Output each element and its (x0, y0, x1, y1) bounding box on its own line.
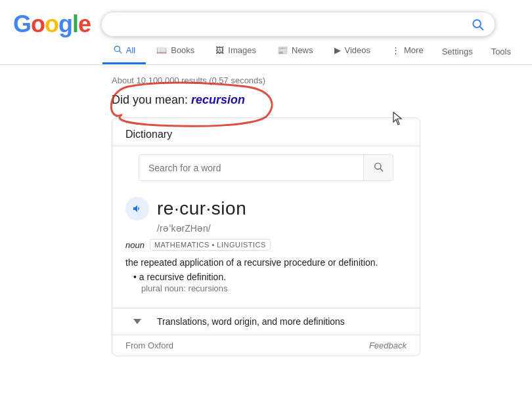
tab-all[interactable]: All (102, 38, 146, 64)
sub-definition: a recursive definition. (133, 272, 407, 282)
dictionary-card: Dictionary re·cur·sion (112, 117, 420, 356)
chevron-down-icon (133, 319, 141, 324)
part-of-speech: noun (125, 240, 144, 250)
did-you-mean-container: Did you mean: recursion (112, 93, 245, 107)
sub-def-text: a recursive definition. (133, 272, 226, 282)
did-you-mean: Did you mean: recursion (112, 93, 245, 107)
definition-text: the repeated application of a recursive … (125, 257, 407, 268)
tab-videos-label: Videos (345, 45, 371, 55)
feedback-link[interactable]: Feedback (369, 341, 407, 350)
tab-images-label: Images (228, 45, 256, 55)
svg-line-5 (380, 169, 383, 171)
did-you-mean-link[interactable]: recursion (191, 93, 245, 106)
plural-note: plural noun: recursions (141, 283, 407, 293)
search-bar: recursion (101, 12, 495, 37)
more-icon: ⋮ (391, 45, 400, 55)
tab-images[interactable]: 🖼 Images (205, 38, 267, 64)
news-icon: 📰 (277, 45, 288, 55)
search-input[interactable]: recursion (112, 18, 471, 30)
tab-news[interactable]: 📰 News (267, 38, 324, 64)
did-you-mean-label: Did you mean: (112, 93, 188, 106)
word-title: re·cur·sion (157, 198, 246, 219)
header: Google recursion (0, 0, 532, 38)
nav-right: Settings Tools (434, 38, 532, 64)
images-icon: 🖼 (215, 45, 224, 55)
tools-link[interactable]: Tools (483, 40, 519, 63)
word-section: re·cur·sion /rəˈkərZHən/ noun MATHEMATIC… (112, 189, 420, 308)
svg-line-3 (119, 51, 121, 53)
svg-line-1 (480, 27, 483, 30)
word-header-row: re·cur·sion (125, 197, 407, 220)
oxford-row: From Oxford Feedback (112, 335, 420, 356)
nav-spacer (0, 38, 102, 64)
results-stats: About 10,100,000 results (0.57 seconds) (112, 75, 420, 85)
more-definitions-row[interactable]: Translations, word origin, and more defi… (112, 308, 420, 335)
oxford-source: From Oxford (125, 341, 173, 350)
definition-main: the repeated application of a recursive … (125, 257, 407, 293)
search-bar-container: recursion (101, 12, 495, 37)
word-meta: noun MATHEMATICS • LINGUISTICS (125, 239, 407, 251)
dictionary-search-button[interactable] (363, 155, 393, 180)
settings-link[interactable]: Settings (434, 40, 481, 63)
dictionary-search-bar (139, 154, 393, 181)
videos-icon: ▶ (334, 45, 341, 55)
tab-all-label: All (126, 45, 135, 55)
tab-books-label: Books (171, 45, 194, 55)
tag-mathematics: MATHEMATICS • LINGUISTICS (150, 239, 271, 251)
dictionary-header: Dictionary (112, 118, 420, 146)
all-icon (113, 45, 122, 56)
main-content: About 10,100,000 results (0.57 seconds) … (0, 65, 532, 356)
nav-bar: All 📖 Books 🖼 Images 📰 News ▶ Videos ⋮ M… (0, 38, 532, 65)
tab-books[interactable]: 📖 Books (146, 38, 205, 64)
tab-videos[interactable]: ▶ Videos (324, 38, 382, 64)
more-defs-text: Translations, word origin, and more defi… (157, 316, 345, 327)
google-logo[interactable]: Google (13, 10, 91, 38)
tab-news-label: News (292, 45, 313, 55)
search-button[interactable] (471, 18, 484, 31)
dictionary-search-wrapper (112, 154, 420, 181)
dictionary-search-input[interactable] (139, 156, 363, 180)
books-icon: 📖 (156, 45, 167, 55)
tab-more[interactable]: ⋮ More (381, 38, 434, 64)
pronunciation: /rəˈkərZHən/ (157, 223, 407, 234)
chevron-wrapper (125, 319, 149, 324)
audio-button[interactable] (125, 197, 149, 220)
tab-more-label: More (404, 45, 424, 55)
